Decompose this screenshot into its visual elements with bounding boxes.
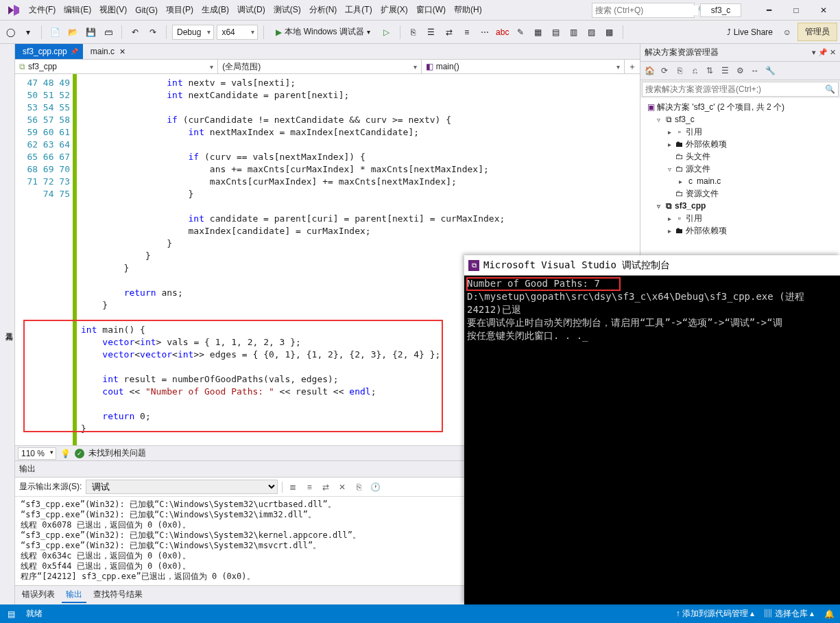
start-nodebug-button[interactable]: ▷ [379, 25, 394, 40]
menu-test[interactable]: 测试(S) [269, 1, 305, 19]
out-btn-1[interactable]: ≣ [287, 481, 299, 493]
save-button[interactable]: 💾 [83, 25, 98, 40]
lightbulb-icon[interactable]: 💡 [60, 449, 71, 458]
sol-dropdown-icon[interactable]: ▾ [812, 48, 816, 57]
undo-button[interactable]: ↶ [128, 25, 143, 40]
minimize-button[interactable]: ━ [755, 1, 782, 20]
nav-project-combo[interactable]: ⧉sf3_cpp [15, 60, 218, 73]
tb-icon-6[interactable]: abc [495, 25, 510, 40]
editor-tab-sf3cpp[interactable]: sf3_cpp.cpp 📌 [15, 44, 83, 59]
start-debug-button[interactable]: ▶本地 Windows 调试器▾ [269, 25, 376, 40]
status-add-source-control[interactable]: ↑ 添加到源代码管理 ▴ [676, 608, 755, 620]
tree-arrow-icon[interactable]: ▸ [665, 215, 673, 222]
nav-back-button[interactable]: ◯ [3, 25, 18, 40]
bell-icon[interactable]: 🔔 [824, 609, 835, 620]
close-button[interactable]: ✕ [810, 1, 837, 20]
toolbox-strip[interactable]: 工具箱 [0, 44, 15, 604]
menu-help[interactable]: 帮助(H) [450, 1, 486, 19]
sol-tb-9[interactable]: 🔧 [764, 64, 776, 77]
tree-arrow-icon[interactable]: ▸ [676, 178, 684, 185]
tb-icon-7[interactable]: ✎ [513, 25, 528, 40]
live-share-button[interactable]: ⤴ Live Share [723, 27, 777, 37]
out-btn-3[interactable]: ⇄ [320, 481, 332, 493]
redo-button[interactable]: ↷ [145, 25, 160, 40]
tree-row[interactable]: ▿ ⧉ sf3_c [643, 113, 837, 126]
tb-icon-10[interactable]: ▥ [566, 25, 581, 40]
out-btn-5[interactable]: ⎘ [352, 481, 365, 493]
sol-tb-2[interactable]: ⟳ [658, 64, 671, 77]
menu-window[interactable]: 窗口(W) [412, 1, 450, 19]
out-btn-6[interactable]: 🕐 [369, 481, 381, 493]
sol-tb-8[interactable]: ↔ [749, 64, 761, 77]
feedback-button[interactable]: ☺ [780, 25, 795, 40]
sol-pin-icon[interactable]: 📌 [818, 48, 828, 57]
out-btn-2[interactable]: ≡ [303, 481, 315, 493]
tb-icon-8[interactable]: ▦ [531, 25, 546, 40]
status-select-repo[interactable]: ▥ 选择仓库 ▴ [764, 608, 814, 620]
debug-console-window[interactable]: ⧉ Microsoft Visual Studio 调试控制台 Number o… [464, 255, 840, 604]
nav-fwd-button[interactable]: ▾ [21, 25, 36, 40]
save-all-button[interactable]: 🗃 [101, 25, 116, 40]
tb-icon-5[interactable]: ⋯ [477, 25, 492, 40]
tree-arrow-icon[interactable]: ▸ [665, 128, 673, 136]
console-title-bar[interactable]: ⧉ Microsoft Visual Studio 调试控制台 [464, 255, 840, 276]
open-button[interactable]: 📂 [65, 25, 80, 40]
pin-icon[interactable]: 📌 [71, 48, 78, 55]
out-btn-clear[interactable]: ✕ [336, 481, 348, 493]
editor-tab-mainc[interactable]: main.c ✕ [83, 44, 130, 59]
tb-icon-3[interactable]: ⇄ [442, 25, 457, 40]
tree-arrow-icon[interactable]: ▿ [654, 202, 662, 210]
tb-icon-4[interactable]: ≡ [459, 25, 475, 40]
nav-scope-combo[interactable]: (全局范围) [218, 60, 421, 73]
solution-search-input[interactable] [645, 84, 825, 94]
tree-arrow-icon[interactable]: ▸ [665, 227, 673, 235]
new-project-button[interactable]: 📄 [47, 25, 62, 40]
tree-row[interactable]: 🗀 资源文件 [643, 187, 837, 200]
menu-project[interactable]: 项目(P) [162, 1, 197, 19]
menu-extensions[interactable]: 扩展(X) [376, 1, 412, 19]
tab-output[interactable]: 输出 [62, 587, 86, 603]
tree-arrow-icon[interactable]: ▿ [665, 165, 673, 173]
solution-search-box[interactable]: 🔍 [642, 82, 839, 97]
tb-icon-9[interactable]: ▤ [549, 25, 564, 40]
menu-file[interactable]: 文件(F) [25, 1, 60, 19]
menu-view[interactable]: 视图(V) [95, 1, 131, 19]
tree-arrow-icon[interactable]: ▸ [665, 141, 673, 148]
tree-row[interactable]: ▿ ⧉ sf3_cpp [643, 200, 837, 212]
tree-row[interactable]: ▿ 🗀 源文件 [643, 163, 837, 175]
global-search-box[interactable]: 🔍 [592, 3, 695, 18]
platform-combo[interactable]: x64 [217, 25, 258, 40]
maximize-button[interactable]: □ [782, 1, 810, 20]
tree-arrow-icon[interactable]: ▿ [654, 116, 662, 124]
sol-tb-4[interactable]: ⎌ [688, 64, 701, 77]
sol-close-icon[interactable]: ✕ [830, 48, 836, 57]
menu-debug[interactable]: 调试(D) [233, 1, 269, 19]
tree-row[interactable]: ▸ c main.c [643, 175, 837, 187]
menu-git[interactable]: Git(G) [131, 3, 162, 18]
zoom-combo[interactable]: 110 % [18, 447, 56, 460]
tree-row[interactable]: 🗀 头文件 [643, 150, 837, 163]
close-icon[interactable]: ✕ [119, 47, 125, 56]
sol-home-icon[interactable]: 🏠 [643, 64, 656, 77]
tree-row[interactable]: ▸ ▫ 引用 [643, 126, 837, 138]
status-output-icon[interactable]: ▤ [5, 609, 16, 620]
menu-tools[interactable]: 工具(T) [341, 1, 376, 19]
tb-icon-1[interactable]: ⎘ [406, 25, 421, 40]
tb-icon-12[interactable]: ▩ [602, 25, 617, 40]
tree-root[interactable]: ▣ 解决方案 'sf3_c' (2 个项目, 共 2 个) [643, 101, 837, 113]
sol-tb-7[interactable]: ⚙ [734, 64, 746, 77]
config-combo[interactable]: Debug [172, 25, 214, 40]
nav-plus-button[interactable]: ＋ [625, 60, 640, 73]
tree-row[interactable]: ▸ 🖿 外部依赖项 [643, 138, 837, 150]
tree-row[interactable]: ▸ ▫ 引用 [643, 212, 837, 224]
menu-edit[interactable]: 编辑(E) [60, 1, 95, 19]
tree-row[interactable]: ▸ 🖿 外部依赖项 [643, 224, 837, 237]
tab-error-list[interactable]: 错误列表 [18, 587, 59, 603]
output-source-combo[interactable]: 调试 [86, 480, 278, 494]
menu-analyze[interactable]: 分析(N) [305, 1, 341, 19]
sol-tb-5[interactable]: ⇅ [704, 64, 716, 77]
nav-member-combo[interactable]: ◧main() [422, 60, 625, 73]
tab-find-symbol[interactable]: 查找符号结果 [89, 587, 147, 603]
global-search-input[interactable] [595, 5, 698, 15]
sol-tb-6[interactable]: ☰ [719, 64, 731, 77]
